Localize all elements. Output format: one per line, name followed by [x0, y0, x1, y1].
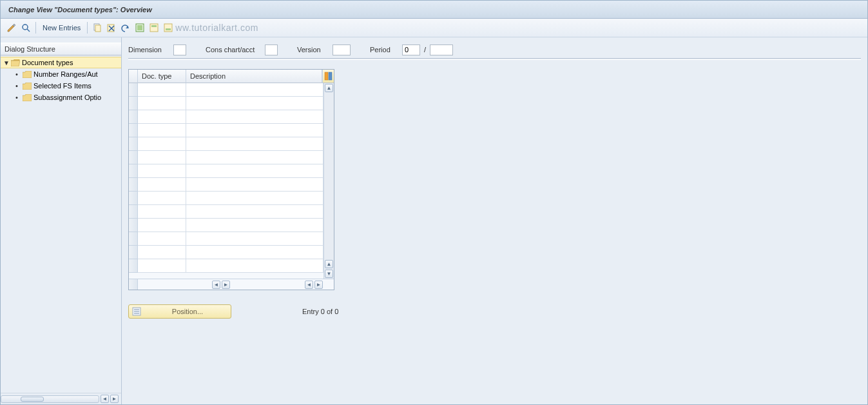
scroll-up-icon[interactable]: ▲	[325, 260, 333, 268]
toggle-display-change-icon[interactable]	[6, 22, 17, 34]
row-selector[interactable]	[129, 178, 138, 192]
new-entries-button[interactable]: New Entries	[40, 24, 83, 32]
watermark-text: ww.tutorialkart.com	[175, 23, 258, 33]
cell-description[interactable]	[186, 219, 323, 232]
cell-description[interactable]	[186, 124, 323, 137]
column-header-description[interactable]: Description	[186, 70, 322, 83]
cell-doc-type[interactable]	[138, 219, 186, 232]
cell-description[interactable]	[186, 97, 323, 110]
row-selector[interactable]	[129, 137, 138, 151]
row-selector[interactable]	[129, 110, 138, 124]
svg-line-1	[27, 29, 30, 32]
cell-description[interactable]	[186, 164, 323, 178]
cell-doc-type[interactable]	[138, 137, 186, 151]
select-block-icon[interactable]	[148, 22, 160, 34]
dimension-field[interactable]	[173, 44, 186, 55]
cell-doc-type[interactable]	[138, 178, 186, 192]
copy-icon[interactable]	[92, 22, 103, 34]
cell-description[interactable]	[186, 259, 323, 273]
table-configure-icon[interactable]	[322, 70, 334, 83]
cell-doc-type[interactable]	[138, 164, 186, 178]
table-row[interactable]	[129, 219, 334, 232]
row-selector[interactable]	[129, 232, 138, 246]
tree-node-selected-fs-items[interactable]: • Selected FS Items	[1, 80, 121, 92]
tree-node-number-ranges[interactable]: • Number Ranges/Aut	[1, 68, 121, 80]
cell-description[interactable]	[186, 192, 323, 205]
cell-doc-type[interactable]	[138, 97, 186, 110]
content-panel: Dimension Cons chart/acct Version Period…	[122, 37, 867, 404]
period-field-1[interactable]: 0	[402, 44, 420, 55]
cell-description[interactable]	[186, 137, 323, 151]
table-row[interactable]	[129, 97, 334, 110]
cell-doc-type[interactable]	[138, 205, 186, 219]
cell-doc-type[interactable]	[138, 83, 186, 97]
row-selector[interactable]	[129, 83, 138, 97]
scroll-down-icon[interactable]: ▼	[325, 270, 333, 278]
cell-description[interactable]	[186, 205, 323, 219]
row-selector[interactable]	[129, 164, 138, 178]
deselect-all-icon[interactable]	[162, 22, 174, 34]
undo-icon[interactable]	[120, 22, 131, 34]
cell-description[interactable]	[186, 110, 323, 124]
row-selector[interactable]	[129, 151, 138, 164]
delete-icon[interactable]	[106, 22, 117, 34]
table-row[interactable]	[129, 151, 334, 164]
row-selector[interactable]	[129, 124, 138, 137]
dimension-label: Dimension	[128, 46, 173, 54]
tree-node-document-types[interactable]: ▼ Document types	[1, 57, 121, 68]
svg-rect-10	[151, 25, 157, 27]
table-body	[129, 83, 334, 279]
cell-description[interactable]	[186, 178, 323, 192]
table-row[interactable]	[129, 178, 334, 192]
tree-node-subassignment-options[interactable]: • Subassignment Optio	[1, 92, 121, 103]
cell-description[interactable]	[186, 83, 323, 97]
scroll-left-icon[interactable]: ◄	[101, 395, 109, 403]
table-row[interactable]	[129, 205, 334, 219]
cell-description[interactable]	[186, 246, 323, 259]
cell-doc-type[interactable]	[138, 246, 186, 259]
cons-chart-field[interactable]	[265, 44, 278, 55]
scroll-left-icon[interactable]: ◄	[305, 281, 313, 289]
select-all-icon[interactable]	[134, 22, 146, 34]
table-row[interactable]	[129, 192, 334, 205]
row-selector[interactable]	[129, 205, 138, 219]
version-field[interactable]	[333, 44, 351, 55]
table-row[interactable]	[129, 124, 334, 137]
period-label: Period	[370, 46, 402, 54]
cell-doc-type[interactable]	[138, 110, 186, 124]
collapse-icon[interactable]: ▼	[3, 59, 10, 66]
position-button[interactable]: Position...	[128, 304, 231, 319]
tree-bullet-icon: •	[15, 82, 19, 90]
scroll-up-icon[interactable]: ▲	[325, 84, 333, 92]
table-row[interactable]	[129, 246, 334, 259]
table-row[interactable]	[129, 83, 334, 97]
cell-doc-type[interactable]	[138, 124, 186, 137]
table-row[interactable]	[129, 137, 334, 151]
table-row[interactable]	[129, 232, 334, 246]
table-row[interactable]	[129, 110, 334, 124]
row-selector[interactable]	[129, 192, 138, 205]
cell-doc-type[interactable]	[138, 259, 186, 273]
scroll-right-icon[interactable]: ►	[314, 281, 323, 289]
other-view-icon[interactable]	[20, 22, 32, 34]
horizontal-scrollbar[interactable]: ◄ ► ◄ ►	[129, 279, 334, 290]
table-row[interactable]	[129, 259, 334, 273]
row-selector[interactable]	[129, 246, 138, 259]
period-field-2[interactable]	[430, 44, 453, 55]
cell-description[interactable]	[186, 232, 323, 246]
scroll-right-icon[interactable]: ►	[110, 395, 119, 403]
cell-doc-type[interactable]	[138, 232, 186, 246]
row-selector[interactable]	[129, 97, 138, 110]
row-selector-header[interactable]	[129, 70, 138, 83]
cell-description[interactable]	[186, 151, 323, 164]
row-selector[interactable]	[129, 259, 138, 273]
left-panel-scrollbar[interactable]: ◄ ►	[1, 393, 121, 404]
cell-doc-type[interactable]	[138, 151, 186, 164]
column-header-doc-type[interactable]: Doc. type	[138, 70, 186, 83]
vertical-scrollbar[interactable]: ▲ ▲ ▼	[323, 83, 334, 279]
scroll-left-icon[interactable]: ◄	[212, 281, 220, 289]
cell-doc-type[interactable]	[138, 192, 186, 205]
row-selector[interactable]	[129, 219, 138, 232]
table-row[interactable]	[129, 164, 334, 178]
scroll-right-icon[interactable]: ►	[222, 281, 230, 289]
